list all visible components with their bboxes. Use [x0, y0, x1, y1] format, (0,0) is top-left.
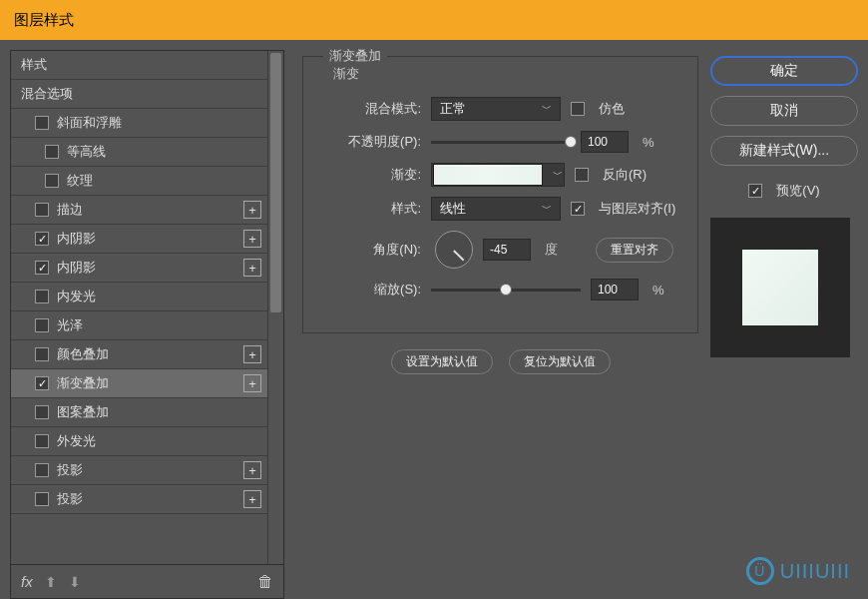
options-panel: 渐变叠加 渐变 混合模式: 正常 ﹀ 仿色 不透明度(P): [296, 50, 698, 599]
group-title: 渐变叠加 [323, 47, 387, 65]
sidebar-item-5[interactable]: 内阴影+ [11, 254, 283, 283]
style-checkbox[interactable] [35, 232, 49, 246]
sidebar-item-2[interactable]: 纹理 [11, 167, 283, 196]
opacity-slider[interactable] [431, 132, 571, 152]
opacity-input[interactable]: 100 [581, 131, 629, 153]
scale-input[interactable]: 100 [591, 279, 639, 300]
sidebar-header-label: 样式 [21, 56, 47, 74]
gradient-style-select[interactable]: 线性 ﹀ [431, 197, 561, 221]
opacity-label: 不透明度(P): [321, 133, 421, 151]
style-checkbox[interactable] [35, 434, 49, 448]
gradient-overlay-group: 渐变叠加 渐变 混合模式: 正常 ﹀ 仿色 不透明度(P): [302, 56, 698, 333]
sidebar-item-label: 纹理 [67, 172, 93, 190]
sidebar-item-13[interactable]: 投影+ [11, 485, 283, 514]
sidebar-item-label: 投影 [57, 490, 83, 508]
sidebar-item-7[interactable]: 光泽 [11, 311, 283, 340]
set-default-button[interactable]: 设置为默认值 [391, 349, 493, 374]
sidebar-scrollbar[interactable] [267, 51, 283, 564]
gradient-picker[interactable]: ﹀ [431, 163, 565, 187]
style-list[interactable]: 样式 混合选项 斜面和浮雕等高线纹理描边+内阴影+内阴影+内发光光泽颜色叠加+渐… [11, 51, 283, 564]
sidebar-header[interactable]: 样式 [11, 51, 283, 80]
sidebar-item-label: 渐变叠加 [57, 374, 109, 392]
blend-mode-select[interactable]: 正常 ﹀ [431, 97, 561, 121]
reverse-checkbox[interactable] [575, 168, 589, 182]
sidebar-item-9[interactable]: 渐变叠加+ [11, 369, 283, 398]
ok-button[interactable]: 确定 [710, 56, 858, 86]
sidebar-item-1[interactable]: 等高线 [11, 138, 283, 167]
add-effect-icon[interactable]: + [243, 201, 261, 219]
align-label: 与图层对齐(I) [599, 200, 675, 218]
titlebar[interactable]: 图层样式 [0, 0, 868, 40]
sidebar-item-12[interactable]: 投影+ [11, 456, 283, 485]
sidebar-item-10[interactable]: 图案叠加 [11, 398, 283, 427]
sidebar-item-label: 颜色叠加 [57, 345, 109, 363]
style-checkbox[interactable] [35, 347, 49, 361]
move-down-icon[interactable]: ⬇ [69, 574, 81, 590]
scale-slider[interactable] [431, 280, 581, 300]
style-checkbox[interactable] [35, 405, 49, 419]
preview-swatch [742, 250, 818, 325]
add-effect-icon[interactable]: + [243, 374, 261, 392]
style-checkbox[interactable] [35, 261, 49, 275]
angle-dial[interactable] [435, 231, 473, 269]
chevron-down-icon: ﹀ [542, 202, 552, 216]
new-style-button[interactable]: 新建样式(W)... [710, 136, 858, 166]
reset-align-button[interactable]: 重置对齐 [596, 238, 673, 263]
reset-default-button[interactable]: 复位为默认值 [509, 349, 611, 374]
opacity-slider-thumb[interactable] [565, 136, 577, 148]
sidebar-item-3[interactable]: 描边+ [11, 196, 283, 225]
move-up-icon[interactable]: ⬆ [45, 574, 57, 590]
sidebar-item-label: 等高线 [67, 143, 106, 161]
style-label: 样式: [321, 200, 421, 218]
style-checkbox[interactable] [35, 492, 49, 506]
dither-checkbox[interactable] [571, 102, 585, 116]
sidebar-item-label: 内阴影 [57, 259, 96, 277]
sidebar-item-0[interactable]: 斜面和浮雕 [11, 109, 283, 138]
layer-style-dialog: 图层样式 样式 混合选项 斜面和浮雕等高线纹理描边+内阴影+内阴影+内发光光泽颜… [0, 0, 868, 599]
angle-unit: 度 [545, 241, 558, 259]
add-effect-icon[interactable]: + [243, 345, 261, 363]
preview-label: 预览(V) [776, 182, 819, 200]
opacity-unit: % [643, 135, 654, 150]
sidebar-item-label: 内发光 [57, 288, 96, 305]
scale-slider-thumb[interactable] [500, 284, 512, 296]
sidebar-item-4[interactable]: 内阴影+ [11, 225, 283, 254]
fx-icon[interactable]: fx [21, 573, 33, 590]
blend-mode-label: 混合模式: [321, 100, 421, 118]
right-panel: 确定 取消 新建样式(W)... 预览(V) [710, 50, 868, 599]
add-effect-icon[interactable]: + [243, 259, 261, 277]
blend-mode-value: 正常 [440, 100, 466, 118]
dither-label: 仿色 [599, 100, 625, 118]
align-checkbox[interactable] [571, 202, 585, 216]
add-effect-icon[interactable]: + [243, 230, 261, 248]
sidebar-item-label: 投影 [57, 461, 83, 479]
sidebar-item-8[interactable]: 颜色叠加+ [11, 340, 283, 369]
sidebar-item-label: 斜面和浮雕 [57, 114, 122, 132]
style-checkbox[interactable] [45, 174, 59, 188]
add-effect-icon[interactable]: + [243, 461, 261, 479]
style-checkbox[interactable] [35, 463, 49, 477]
preview-box [710, 218, 850, 357]
style-checkbox[interactable] [35, 116, 49, 130]
reverse-label: 反向(R) [603, 166, 647, 184]
style-checkbox[interactable] [45, 145, 59, 159]
watermark-icon: Ü [746, 557, 774, 585]
add-effect-icon[interactable]: + [243, 490, 261, 508]
style-checkbox[interactable] [35, 318, 49, 332]
sidebar-item-6[interactable]: 内发光 [11, 283, 283, 311]
scrollbar-thumb[interactable] [270, 53, 281, 312]
scale-unit: % [652, 283, 664, 298]
preview-checkbox[interactable] [748, 184, 762, 198]
angle-input[interactable]: -45 [483, 239, 531, 261]
sidebar-blend-options[interactable]: 混合选项 [11, 80, 283, 109]
sidebar-item-label: 描边 [57, 201, 83, 219]
trash-icon[interactable]: 🗑 [257, 573, 273, 591]
style-checkbox[interactable] [35, 290, 49, 303]
cancel-button[interactable]: 取消 [710, 96, 858, 126]
chevron-down-icon: ﹀ [553, 168, 563, 182]
style-checkbox[interactable] [35, 203, 49, 217]
group-subtitle: 渐变 [333, 65, 359, 83]
style-checkbox[interactable] [35, 376, 49, 390]
window-title: 图层样式 [14, 11, 74, 30]
sidebar-item-11[interactable]: 外发光 [11, 427, 283, 456]
